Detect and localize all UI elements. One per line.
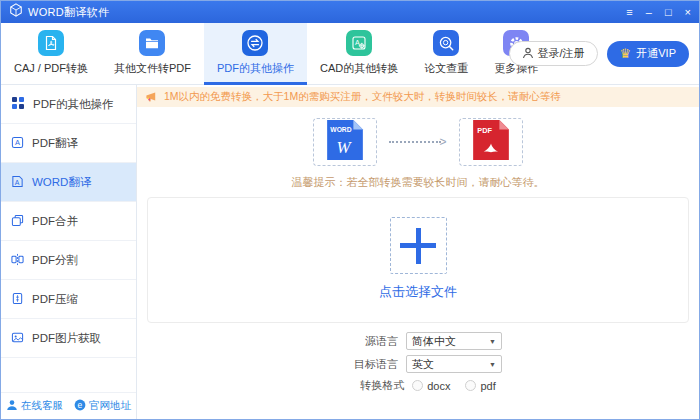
headset-person-icon [6, 399, 18, 413]
megaphone-icon [145, 90, 158, 105]
login-register-label: 登录/注册 [538, 46, 585, 61]
source-language-select[interactable]: 简体中文 ▼ [406, 332, 502, 350]
radio-icon[interactable] [412, 380, 423, 391]
translate-doc-icon: A [11, 175, 24, 190]
sidebar-item-label: WORD翻译 [32, 175, 91, 190]
maximize-button[interactable]: □ [665, 7, 672, 18]
svg-text:A: A [15, 138, 20, 147]
menu-icon[interactable]: ≡ [626, 7, 632, 18]
source-language-value: 简体中文 [412, 334, 456, 349]
select-file-dropzone[interactable] [390, 217, 447, 274]
sidebar-item-pdf-other-ops[interactable]: PDF的其他操作 [1, 85, 136, 124]
toolbar-tab-label: 论文查重 [424, 61, 468, 76]
app-title: WORD翻译软件 [28, 5, 109, 20]
cad-icon: A [346, 30, 372, 56]
format-option-pdf[interactable]: pdf [465, 380, 495, 392]
chevron-down-icon: ▼ [489, 338, 496, 345]
target-file-box: PDF [459, 118, 523, 166]
pdf-ops-icon [242, 30, 268, 56]
conversion-form: 源语言 简体中文 ▼ 目标语言 英文 ▼ 转换格式 [137, 332, 699, 393]
official-site-link[interactable]: e 官网地址 [74, 399, 131, 413]
target-language-value: 英文 [412, 357, 434, 372]
official-site-label: 官网地址 [89, 399, 131, 413]
sidebar-item-label: PDF图片获取 [32, 331, 101, 346]
target-language-label: 目标语言 [334, 357, 398, 372]
pdf-file-icon: PDF [472, 119, 510, 165]
radio-icon[interactable] [465, 380, 476, 391]
crown-icon: ♛ [620, 47, 632, 60]
svg-text:e: e [77, 400, 82, 410]
svg-text:W: W [337, 138, 353, 157]
toolbar-tab-cad-convert[interactable]: A CAD的其他转换 [307, 23, 411, 84]
caj-pdf-icon [38, 30, 64, 56]
sidebar-item-pdf-image-extract[interactable]: PDF图片获取 [1, 319, 136, 358]
conversion-illustration: WORD W > PDF [137, 118, 699, 166]
format-option-docx[interactable]: docx [412, 380, 450, 392]
sidebar-item-word-translate[interactable]: A WORD翻译 [1, 163, 136, 202]
upload-panel: 点击选择文件 [147, 197, 689, 323]
chevron-down-icon: ▼ [489, 361, 496, 368]
close-button[interactable]: × [685, 7, 691, 18]
sidebar-item-pdf-translate[interactable]: A PDF翻译 [1, 124, 136, 163]
svg-text:WORD: WORD [331, 126, 352, 133]
split-icon [11, 253, 24, 268]
toolbar-tab-paper-check[interactable]: 论文查重 [411, 23, 481, 84]
image-icon [11, 331, 24, 346]
svg-text:PDF: PDF [477, 126, 492, 135]
plus-icon [400, 228, 436, 264]
select-file-label[interactable]: 点击选择文件 [379, 283, 457, 301]
warm-hint-text: 温馨提示：若全部转换需要较长时间，请耐心等待。 [137, 175, 699, 190]
sidebar-item-pdf-split[interactable]: PDF分割 [1, 241, 136, 280]
toolbar-right: 登录/注册 ♛ 开通VIP [509, 41, 689, 67]
sidebar: PDF的其他操作 A PDF翻译 A WORD翻译 PDF合并 [1, 85, 137, 419]
notice-bar: 1M以内的免费转换，大于1M的需购买注册，文件较大时，转换时间较长，请耐心等待 [137, 87, 699, 107]
notice-text: 1M以内的免费转换，大于1M的需购买注册，文件较大时，转换时间较长，请耐心等待 [164, 90, 561, 104]
toolbar-tab-pdf-other-ops[interactable]: PDF的其他操作 [204, 23, 307, 84]
login-register-button[interactable]: 登录/注册 [509, 41, 598, 66]
online-service-label: 在线客服 [21, 399, 63, 413]
format-option-label: docx [427, 380, 450, 392]
sidebar-footer: 在线客服 e 官网地址 [1, 392, 136, 419]
sidebar-item-pdf-merge[interactable]: PDF合并 [1, 202, 136, 241]
translate-doc-icon: A [11, 136, 24, 151]
toolbar-tab-label: CAJ / PDF转换 [14, 61, 88, 76]
paper-check-icon [433, 30, 459, 56]
titlebar: WORD翻译软件 ≡ – □ × [1, 1, 699, 23]
format-row: 转换格式 docx pdf [340, 378, 496, 393]
svg-text:A: A [15, 178, 20, 185]
minimize-button[interactable]: – [646, 7, 652, 18]
globe-e-icon: e [74, 399, 86, 413]
sidebar-item-label: PDF的其他操作 [33, 97, 114, 112]
open-vip-label: 开通VIP [636, 46, 676, 61]
toolbar: CAJ / PDF转换 其他文件转PDF PDF的其他操作 A CAD的其他转换… [1, 23, 699, 85]
format-label: 转换格式 [340, 378, 404, 393]
word-file-icon: WORD W [326, 119, 364, 165]
app-window: WORD翻译软件 ≡ – □ × CAJ / PDF转换 其他文件转PDF PD… [0, 0, 700, 420]
sidebar-item-label: PDF翻译 [32, 136, 78, 151]
online-service-link[interactable]: 在线客服 [6, 399, 63, 413]
open-vip-button[interactable]: ♛ 开通VIP [607, 41, 689, 67]
sidebar-item-label: PDF合并 [32, 214, 78, 229]
toolbar-tab-file-to-pdf[interactable]: 其他文件转PDF [101, 23, 204, 84]
sidebar-item-label: PDF压缩 [32, 292, 78, 307]
app-logo-icon [9, 3, 23, 21]
merge-icon [11, 214, 24, 229]
dashed-arrow-icon: > [389, 135, 446, 149]
grid-icon [11, 96, 25, 112]
svg-text:A: A [355, 39, 360, 46]
source-file-box: WORD W [313, 118, 377, 166]
toolbar-tab-label: PDF的其他操作 [217, 61, 294, 76]
toolbar-tab-caj-pdf[interactable]: CAJ / PDF转换 [1, 23, 101, 84]
target-language-select[interactable]: 英文 ▼ [406, 355, 502, 373]
target-language-row: 目标语言 英文 ▼ [334, 355, 502, 373]
format-option-label: pdf [480, 380, 495, 392]
toolbar-tab-label: CAD的其他转换 [320, 61, 398, 76]
toolbar-tab-label: 其他文件转PDF [114, 61, 191, 76]
person-icon [522, 47, 534, 61]
sidebar-item-label: PDF分割 [32, 253, 78, 268]
file-to-pdf-icon [139, 30, 165, 56]
main-content: 1M以内的免费转换，大于1M的需购买注册，文件较大时，转换时间较长，请耐心等待 … [137, 85, 699, 419]
compress-icon [11, 292, 24, 307]
source-language-row: 源语言 简体中文 ▼ [334, 332, 502, 350]
sidebar-item-pdf-compress[interactable]: PDF压缩 [1, 280, 136, 319]
